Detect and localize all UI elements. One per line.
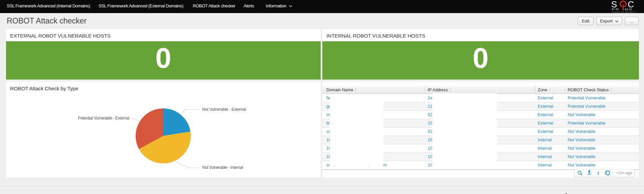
svg-text:P: P <box>612 8 615 11</box>
svg-text:R: R <box>615 8 619 11</box>
svg-text:E: E <box>629 8 633 11</box>
svg-text:i: i <box>598 171 599 176</box>
svg-text:POWER ON SECURITY: POWER ON SECURITY <box>612 11 637 13</box>
svg-text:M: M <box>625 8 628 11</box>
